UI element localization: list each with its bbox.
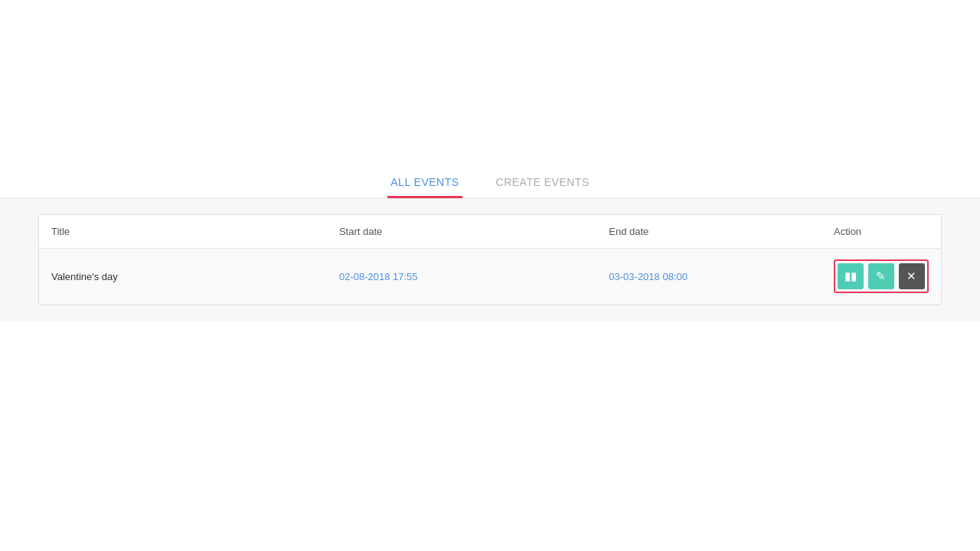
cell-action: ▮▮ ✎ ✕ <box>822 249 941 305</box>
edit-button[interactable]: ✎ <box>868 263 894 289</box>
cell-title: Valentine's day <box>39 249 327 305</box>
start-date-value: 02-08-2018 17:55 <box>339 271 418 282</box>
events-table: Title Start date End date Action Valenti… <box>39 215 941 305</box>
cell-end-date: 03-03-2018 08:00 <box>596 249 822 305</box>
pause-icon: ▮▮ <box>844 269 857 283</box>
table-header: Title Start date End date Action <box>39 215 941 249</box>
pause-button[interactable]: ▮▮ <box>838 263 864 289</box>
col-header-title: Title <box>39 215 327 249</box>
tab-all-events[interactable]: ALL EVENTS <box>387 168 462 198</box>
edit-icon: ✎ <box>876 269 886 283</box>
col-header-end-date: End date <box>596 215 822 249</box>
table-body: Valentine's day 02-08-2018 17:55 03-03-2… <box>39 249 941 305</box>
delete-button[interactable]: ✕ <box>899 263 925 289</box>
content-area: Title Start date End date Action Valenti… <box>0 199 980 321</box>
table-wrapper: Title Start date End date Action Valenti… <box>38 214 942 305</box>
tabs-nav: ALL EVENTS CREATE EVENTS <box>387 168 592 198</box>
close-icon: ✕ <box>906 269 916 283</box>
end-date-value: 03-03-2018 08:00 <box>609 271 688 282</box>
action-buttons-group: ▮▮ ✎ ✕ <box>834 259 929 293</box>
table-row: Valentine's day 02-08-2018 17:55 03-03-2… <box>39 249 941 305</box>
col-header-action: Action <box>822 215 941 249</box>
page-container: ALL EVENTS CREATE EVENTS Title Start dat… <box>0 0 980 551</box>
tab-create-events[interactable]: CREATE EVENTS <box>493 168 593 198</box>
col-header-start-date: Start date <box>327 215 596 249</box>
tabs-container: ALL EVENTS CREATE EVENTS Title Start dat… <box>0 168 980 321</box>
cell-start-date: 02-08-2018 17:55 <box>327 249 596 305</box>
